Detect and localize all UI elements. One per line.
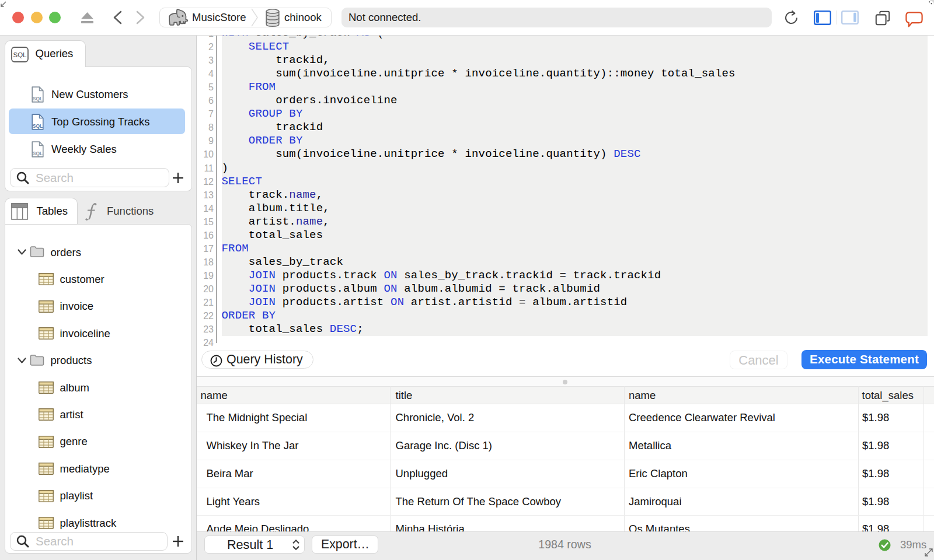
svg-text:SQL: SQL xyxy=(33,150,43,156)
svg-text:SQL: SQL xyxy=(13,51,27,58)
svg-text:SQL: SQL xyxy=(33,96,43,102)
svg-text:SQL: SQL xyxy=(33,123,43,129)
